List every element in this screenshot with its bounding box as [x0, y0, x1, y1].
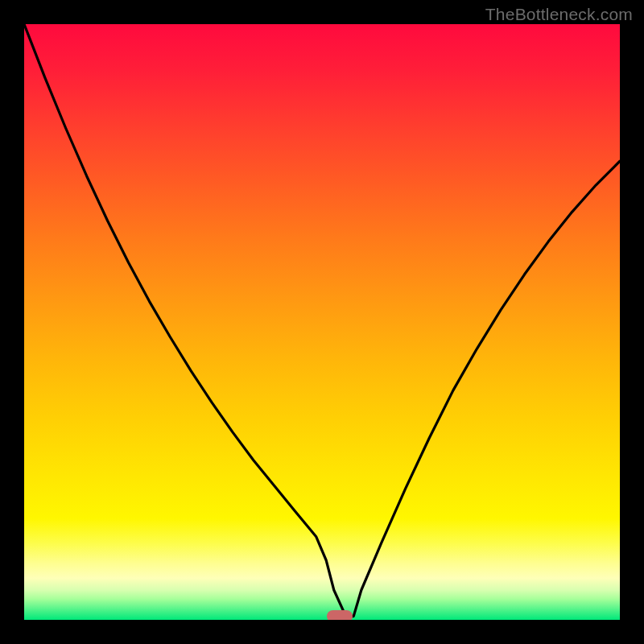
chart-frame: TheBottleneck.com	[0, 0, 644, 644]
optimal-marker	[327, 610, 353, 620]
watermark-text: TheBottleneck.com	[485, 5, 633, 24]
bottleneck-curve	[24, 24, 620, 620]
plot-area	[24, 24, 620, 620]
